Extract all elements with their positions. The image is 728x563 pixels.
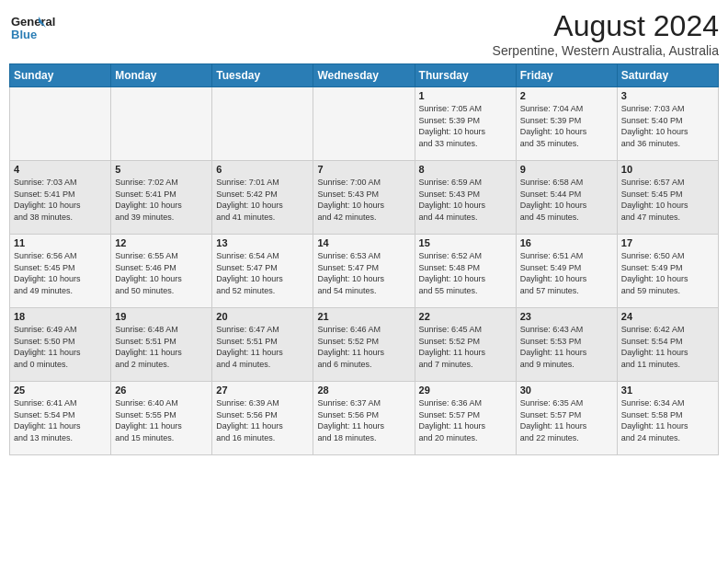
calendar-cell: 10Sunrise: 6:57 AM Sunset: 5:45 PM Dayli…: [617, 161, 718, 235]
col-header-sunday: Sunday: [10, 64, 111, 87]
day-content: Sunrise: 7:03 AM Sunset: 5:40 PM Dayligh…: [621, 103, 714, 149]
day-number: 24: [621, 311, 714, 322]
day-content: Sunrise: 6:58 AM Sunset: 5:44 PM Dayligh…: [520, 177, 613, 223]
col-header-saturday: Saturday: [617, 64, 718, 87]
day-content: Sunrise: 6:41 AM Sunset: 5:54 PM Dayligh…: [14, 397, 107, 443]
day-content: Sunrise: 6:35 AM Sunset: 5:57 PM Dayligh…: [520, 397, 613, 443]
day-content: Sunrise: 6:56 AM Sunset: 5:45 PM Dayligh…: [14, 250, 107, 296]
day-number: 17: [621, 237, 714, 248]
day-content: Sunrise: 6:53 AM Sunset: 5:47 PM Dayligh…: [317, 250, 410, 296]
day-number: 11: [14, 237, 107, 248]
day-number: 2: [520, 90, 613, 101]
day-content: Sunrise: 6:40 AM Sunset: 5:55 PM Dayligh…: [115, 397, 208, 443]
calendar-cell: 1Sunrise: 7:05 AM Sunset: 5:39 PM Daylig…: [415, 87, 516, 161]
day-content: Sunrise: 6:36 AM Sunset: 5:57 PM Dayligh…: [419, 397, 512, 443]
col-header-monday: Monday: [111, 64, 212, 87]
calendar-cell: [111, 87, 212, 161]
sub-title: Serpentine, Western Australia, Australia: [493, 43, 719, 58]
calendar-cell: 24Sunrise: 6:42 AM Sunset: 5:54 PM Dayli…: [617, 308, 718, 382]
day-content: Sunrise: 6:49 AM Sunset: 5:50 PM Dayligh…: [14, 324, 107, 370]
calendar-cell: [10, 87, 111, 161]
day-content: Sunrise: 6:50 AM Sunset: 5:49 PM Dayligh…: [621, 250, 714, 296]
day-content: Sunrise: 7:02 AM Sunset: 5:41 PM Dayligh…: [115, 177, 208, 223]
calendar-cell: 13Sunrise: 6:54 AM Sunset: 5:47 PM Dayli…: [212, 235, 313, 308]
day-number: 31: [621, 385, 714, 396]
day-number: 3: [621, 90, 714, 101]
day-content: Sunrise: 6:51 AM Sunset: 5:49 PM Dayligh…: [520, 250, 613, 296]
col-header-tuesday: Tuesday: [212, 64, 313, 87]
page-header: General Blue August 2024 Serpentine, Wes…: [9, 9, 719, 58]
day-number: 6: [216, 164, 309, 175]
calendar-cell: 19Sunrise: 6:48 AM Sunset: 5:51 PM Dayli…: [111, 308, 212, 382]
calendar-cell: 28Sunrise: 6:37 AM Sunset: 5:56 PM Dayli…: [313, 382, 415, 455]
calendar-table: SundayMondayTuesdayWednesdayThursdayFrid…: [9, 63, 719, 455]
week-row-3: 11Sunrise: 6:56 AM Sunset: 5:45 PM Dayli…: [10, 235, 719, 308]
week-row-5: 25Sunrise: 6:41 AM Sunset: 5:54 PM Dayli…: [10, 382, 719, 455]
calendar-cell: 16Sunrise: 6:51 AM Sunset: 5:49 PM Dayli…: [516, 235, 617, 308]
calendar-cell: 26Sunrise: 6:40 AM Sunset: 5:55 PM Dayli…: [111, 382, 212, 455]
calendar-cell: 5Sunrise: 7:02 AM Sunset: 5:41 PM Daylig…: [111, 161, 212, 235]
calendar-cell: 8Sunrise: 6:59 AM Sunset: 5:43 PM Daylig…: [415, 161, 516, 235]
calendar-cell: 22Sunrise: 6:45 AM Sunset: 5:52 PM Dayli…: [415, 308, 516, 382]
calendar-cell: 2Sunrise: 7:04 AM Sunset: 5:39 PM Daylig…: [516, 87, 617, 161]
day-number: 4: [14, 164, 107, 175]
day-content: Sunrise: 6:47 AM Sunset: 5:51 PM Dayligh…: [216, 324, 309, 370]
day-number: 20: [216, 311, 309, 322]
calendar-cell: 18Sunrise: 6:49 AM Sunset: 5:50 PM Dayli…: [10, 308, 111, 382]
day-number: 5: [115, 164, 208, 175]
day-number: 29: [419, 385, 512, 396]
day-content: Sunrise: 6:42 AM Sunset: 5:54 PM Dayligh…: [621, 324, 714, 370]
day-content: Sunrise: 6:43 AM Sunset: 5:53 PM Dayligh…: [520, 324, 613, 370]
day-content: Sunrise: 7:04 AM Sunset: 5:39 PM Dayligh…: [520, 103, 613, 149]
calendar-cell: 20Sunrise: 6:47 AM Sunset: 5:51 PM Dayli…: [212, 308, 313, 382]
calendar-cell: 23Sunrise: 6:43 AM Sunset: 5:53 PM Dayli…: [516, 308, 617, 382]
calendar-cell: 30Sunrise: 6:35 AM Sunset: 5:57 PM Dayli…: [516, 382, 617, 455]
day-content: Sunrise: 6:46 AM Sunset: 5:52 PM Dayligh…: [317, 324, 410, 370]
day-number: 28: [317, 385, 410, 396]
day-content: Sunrise: 6:48 AM Sunset: 5:51 PM Dayligh…: [115, 324, 208, 370]
day-number: 19: [115, 311, 208, 322]
day-number: 8: [419, 164, 512, 175]
calendar-cell: 21Sunrise: 6:46 AM Sunset: 5:52 PM Dayli…: [313, 308, 415, 382]
day-content: Sunrise: 6:34 AM Sunset: 5:58 PM Dayligh…: [621, 397, 714, 443]
day-number: 21: [317, 311, 410, 322]
calendar-cell: 9Sunrise: 6:58 AM Sunset: 5:44 PM Daylig…: [516, 161, 617, 235]
day-number: 9: [520, 164, 613, 175]
day-content: Sunrise: 6:57 AM Sunset: 5:45 PM Dayligh…: [621, 177, 714, 223]
calendar-cell: 14Sunrise: 6:53 AM Sunset: 5:47 PM Dayli…: [313, 235, 415, 308]
calendar-cell: 17Sunrise: 6:50 AM Sunset: 5:49 PM Dayli…: [617, 235, 718, 308]
col-header-thursday: Thursday: [415, 64, 516, 87]
calendar-cell: 4Sunrise: 7:03 AM Sunset: 5:41 PM Daylig…: [10, 161, 111, 235]
calendar-cell: 29Sunrise: 6:36 AM Sunset: 5:57 PM Dayli…: [415, 382, 516, 455]
day-content: Sunrise: 7:00 AM Sunset: 5:43 PM Dayligh…: [317, 177, 410, 223]
week-row-2: 4Sunrise: 7:03 AM Sunset: 5:41 PM Daylig…: [10, 161, 719, 235]
calendar-cell: 7Sunrise: 7:00 AM Sunset: 5:43 PM Daylig…: [313, 161, 415, 235]
day-number: 30: [520, 385, 613, 396]
calendar-cell: 15Sunrise: 6:52 AM Sunset: 5:48 PM Dayli…: [415, 235, 516, 308]
day-content: Sunrise: 6:39 AM Sunset: 5:56 PM Dayligh…: [216, 397, 309, 443]
day-content: Sunrise: 6:59 AM Sunset: 5:43 PM Dayligh…: [419, 177, 512, 223]
calendar-cell: 6Sunrise: 7:01 AM Sunset: 5:42 PM Daylig…: [212, 161, 313, 235]
day-content: Sunrise: 6:54 AM Sunset: 5:47 PM Dayligh…: [216, 250, 309, 296]
col-header-friday: Friday: [516, 64, 617, 87]
calendar-cell: 31Sunrise: 6:34 AM Sunset: 5:58 PM Dayli…: [617, 382, 718, 455]
day-content: Sunrise: 6:45 AM Sunset: 5:52 PM Dayligh…: [419, 324, 512, 370]
title-block: August 2024 Serpentine, Western Australi…: [493, 9, 719, 58]
calendar-cell: 3Sunrise: 7:03 AM Sunset: 5:40 PM Daylig…: [617, 87, 718, 161]
day-number: 14: [317, 237, 410, 248]
calendar-cell: 11Sunrise: 6:56 AM Sunset: 5:45 PM Dayli…: [10, 235, 111, 308]
calendar-cell: 27Sunrise: 6:39 AM Sunset: 5:56 PM Dayli…: [212, 382, 313, 455]
day-number: 25: [14, 385, 107, 396]
day-number: 1: [419, 90, 512, 101]
day-content: Sunrise: 6:55 AM Sunset: 5:46 PM Dayligh…: [115, 250, 208, 296]
logo: General Blue: [9, 9, 74, 46]
week-row-4: 18Sunrise: 6:49 AM Sunset: 5:50 PM Dayli…: [10, 308, 719, 382]
calendar-cell: 25Sunrise: 6:41 AM Sunset: 5:54 PM Dayli…: [10, 382, 111, 455]
day-content: Sunrise: 6:52 AM Sunset: 5:48 PM Dayligh…: [419, 250, 512, 296]
day-content: Sunrise: 6:37 AM Sunset: 5:56 PM Dayligh…: [317, 397, 410, 443]
day-content: Sunrise: 7:01 AM Sunset: 5:42 PM Dayligh…: [216, 177, 309, 223]
day-number: 22: [419, 311, 512, 322]
day-number: 27: [216, 385, 309, 396]
day-number: 16: [520, 237, 613, 248]
day-number: 18: [14, 311, 107, 322]
